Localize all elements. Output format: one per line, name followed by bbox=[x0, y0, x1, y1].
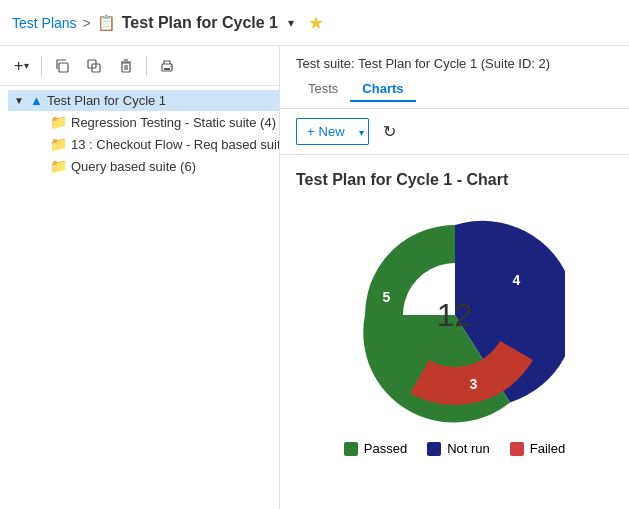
tree-toggle-icon[interactable]: ▼ bbox=[14, 95, 30, 106]
list-item[interactable]: 📁 Query based suite (6) bbox=[28, 155, 279, 177]
folder-icon: 📁 bbox=[50, 114, 67, 130]
legend-label-notrun: Not run bbox=[447, 441, 490, 456]
chart-container: 435 12 Passed Not run Failed bbox=[296, 205, 613, 456]
tree-children: 📁 Regression Testing - Static suite (4) … bbox=[8, 111, 279, 177]
legend-swatch-failed bbox=[510, 442, 524, 456]
right-panel: Test suite: Test Plan for Cycle 1 (Suite… bbox=[280, 46, 629, 509]
page-title: Test Plan for Cycle 1 bbox=[122, 14, 278, 32]
svg-point-10 bbox=[171, 65, 172, 66]
donut-chart: 435 12 bbox=[345, 205, 565, 425]
legend-label-passed: Passed bbox=[364, 441, 407, 456]
copy-button[interactable] bbox=[48, 54, 76, 78]
test-tree: ▼ ▲ Test Plan for Cycle 1 📁 Regression T… bbox=[0, 86, 279, 509]
legend-swatch-notrun bbox=[427, 442, 441, 456]
suite-tabs: Tests Charts bbox=[296, 77, 613, 102]
refresh-button[interactable]: ↻ bbox=[375, 117, 404, 146]
left-panel: + ▾ bbox=[0, 46, 280, 509]
legend-item-failed: Failed bbox=[510, 441, 565, 456]
plan-icon: 📋 bbox=[97, 14, 116, 32]
breadcrumb-link[interactable]: Test Plans bbox=[12, 15, 77, 31]
main-layout: + ▾ bbox=[0, 46, 629, 509]
toolbar-divider-2 bbox=[146, 56, 147, 76]
add-chevron-icon: ▾ bbox=[24, 60, 29, 71]
tree-item-label-1: 13 : Checkout Flow - Req based suite (2) bbox=[71, 137, 279, 152]
print-button[interactable] bbox=[153, 54, 181, 78]
left-toolbar: + ▾ bbox=[0, 46, 279, 86]
new-label: New bbox=[319, 124, 345, 139]
tree-root-label: Test Plan for Cycle 1 bbox=[47, 93, 166, 108]
svg-text:5: 5 bbox=[382, 289, 390, 305]
new-dropdown-button[interactable]: ▾ bbox=[355, 118, 369, 145]
folder-icon: 📁 bbox=[50, 136, 67, 152]
svg-rect-3 bbox=[122, 63, 130, 72]
svg-rect-9 bbox=[164, 68, 170, 70]
legend-swatch-passed bbox=[344, 442, 358, 456]
new-button[interactable]: + New bbox=[296, 118, 355, 145]
delete-button[interactable] bbox=[112, 54, 140, 78]
suite-id: (Suite ID: 2) bbox=[481, 56, 550, 71]
app-header: Test Plans > 📋 Test Plan for Cycle 1 ▾ ★ bbox=[0, 0, 629, 46]
breadcrumb-separator: > bbox=[83, 15, 91, 31]
svg-rect-0 bbox=[59, 63, 68, 72]
add-button[interactable]: + ▾ bbox=[8, 53, 35, 79]
svg-text:3: 3 bbox=[469, 376, 477, 392]
refresh-icon: ↻ bbox=[383, 123, 396, 140]
favorite-icon[interactable]: ★ bbox=[308, 12, 324, 34]
tree-item-label-0: Regression Testing - Static suite (4) bbox=[71, 115, 276, 130]
chart-title: Test Plan for Cycle 1 - Chart bbox=[296, 171, 508, 189]
list-item[interactable]: 📁 Regression Testing - Static suite (4) bbox=[28, 111, 279, 133]
add-plus-icon: + bbox=[14, 57, 23, 75]
folder-icon: 📁 bbox=[50, 158, 67, 174]
svg-text:4: 4 bbox=[512, 272, 520, 288]
toolbar-divider-1 bbox=[41, 56, 42, 76]
title-dropdown-icon[interactable]: ▾ bbox=[288, 16, 294, 30]
tree-root-item[interactable]: ▼ ▲ Test Plan for Cycle 1 bbox=[8, 90, 279, 111]
chart-toolbar: + New ▾ ↻ bbox=[280, 109, 629, 155]
suite-prefix: Test suite: bbox=[296, 56, 355, 71]
suite-title: Test suite: Test Plan for Cycle 1 (Suite… bbox=[296, 56, 613, 71]
suite-header: Test suite: Test Plan for Cycle 1 (Suite… bbox=[280, 46, 629, 109]
chart-area: Test Plan for Cycle 1 - Chart bbox=[280, 155, 629, 509]
new-plus-icon: + bbox=[307, 124, 315, 139]
legend-label-failed: Failed bbox=[530, 441, 565, 456]
tree-item-label-2: Query based suite (6) bbox=[71, 159, 196, 174]
donut-total: 12 bbox=[437, 297, 473, 334]
legend-item-passed: Passed bbox=[344, 441, 407, 456]
chart-legend: Passed Not run Failed bbox=[344, 441, 565, 456]
tab-charts[interactable]: Charts bbox=[350, 77, 415, 102]
list-item[interactable]: 📁 13 : Checkout Flow - Req based suite (… bbox=[28, 133, 279, 155]
new-button-group: + New ▾ bbox=[296, 118, 369, 145]
tab-tests[interactable]: Tests bbox=[296, 77, 350, 102]
legend-item-notrun: Not run bbox=[427, 441, 490, 456]
breadcrumb: Test Plans > 📋 Test Plan for Cycle 1 ▾ ★ bbox=[12, 12, 324, 34]
clone-button[interactable] bbox=[80, 54, 108, 78]
suite-name: Test Plan for Cycle 1 bbox=[358, 56, 477, 71]
new-dropdown-icon: ▾ bbox=[359, 127, 364, 138]
tree-root-icon: ▲ bbox=[30, 93, 43, 108]
